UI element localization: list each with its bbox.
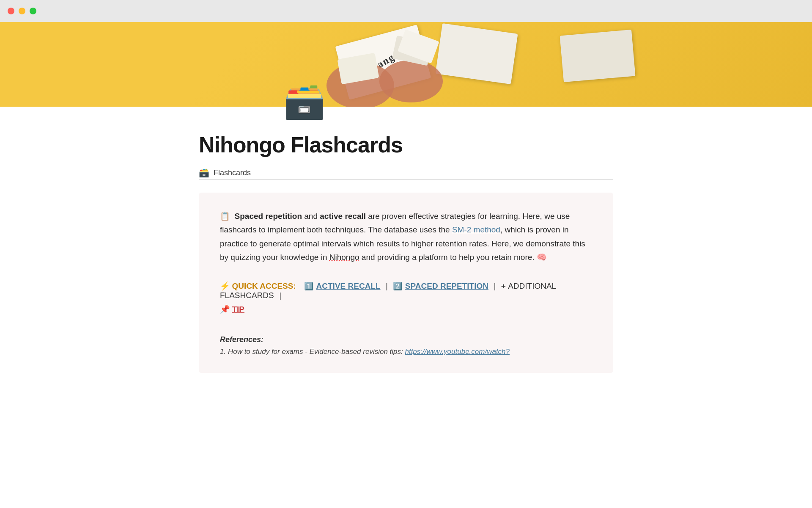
nihongo-underlined: Nihongo [329,253,359,262]
bold-active-recall: active recall [320,212,366,221]
minimize-button[interactable] [19,8,25,14]
breadcrumb-label[interactable]: Flashcards [214,168,251,177]
tip-row: 📌 TIP [220,304,592,314]
hero-card-1: orange [335,25,431,99]
prefix-icon: 📋 [220,212,230,221]
info-paragraph: 📋 Spaced repetition and active recall ar… [220,210,592,264]
sm2-link[interactable]: SM-2 method [452,225,500,234]
separator-1: | [386,282,388,290]
page-wrapper: orange 🗃️ Nihongo Flashcard [0,22,812,373]
reference-item-1: 1. How to study for exams - Evidence-bas… [220,348,592,356]
number-1-icon: 1️⃣ [304,282,313,290]
hero-visual: orange [0,22,812,107]
tip-link[interactable]: TIP [232,305,244,314]
content-area: 🗃️ Nihongo Flashcards 🗃️ Flashcards 📋 Sp… [140,107,672,373]
active-recall-link[interactable]: ACTIVE RECALL [316,282,381,290]
window-chrome [0,0,812,22]
info-box: 📋 Spaced repetition and active recall ar… [199,193,613,373]
number-2-icon: 2️⃣ [393,282,402,290]
references-title: References: [220,335,592,344]
hero-card-3 [560,30,635,82]
maximize-button[interactable] [30,8,36,14]
reference-1-link[interactable]: https://www.youtube.com/watch? [405,348,510,356]
bold-spaced-repetition: Spaced repetition [235,212,302,221]
spaced-repetition-link[interactable]: SPACED REPETITION [405,282,488,290]
separator-2: | [494,282,496,290]
references-section: References: 1. How to study for exams - … [220,335,592,356]
quick-access-label: QUICK ACCESS: [232,282,296,290]
hero-banner: orange [0,22,812,107]
quick-access-row: ⚡ QUICK ACCESS: 1️⃣ ACTIVE RECALL | 2️⃣ … [220,281,592,314]
hero-card-2 [435,23,518,84]
tip-pin-icon: 📌 [220,305,230,314]
text-and: and [302,212,320,221]
text-platform: and providing a platform to help you ret… [359,253,547,262]
plus-icon: + [501,282,508,290]
reference-1-text: 1. How to study for exams - Evidence-bas… [220,348,405,356]
breadcrumb-row: 🗃️ Flashcards [199,168,613,180]
separator-3: | [279,291,281,300]
close-button[interactable] [8,8,14,14]
breadcrumb-icon: 🗃️ [199,168,209,178]
page-icon: 🗃️ [283,81,326,124]
quick-access-lightning-icon: ⚡ [220,282,230,290]
page-title: Nihongo Flashcards [199,132,613,157]
